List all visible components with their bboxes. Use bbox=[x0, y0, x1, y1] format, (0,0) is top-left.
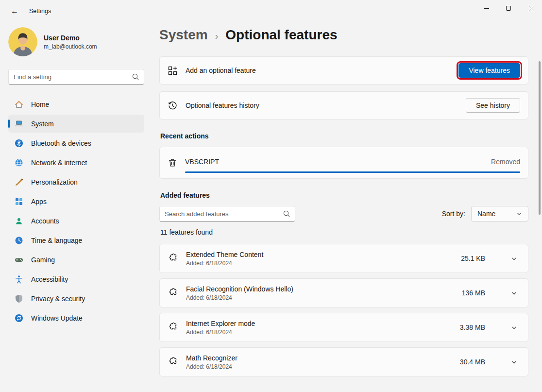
bluetooth-icon bbox=[14, 138, 24, 148]
sidebar-item-label: Apps bbox=[31, 198, 47, 205]
minimize-button[interactable] bbox=[475, 0, 497, 17]
feature-size: 3.38 MB bbox=[460, 324, 485, 331]
expand-button[interactable] bbox=[508, 356, 520, 368]
accessibility-person-icon bbox=[14, 274, 24, 284]
shield-icon bbox=[14, 294, 24, 304]
feature-row[interactable]: Math Recognizer Added: 6/18/2024 30.4 MB bbox=[159, 347, 528, 376]
expand-button[interactable] bbox=[508, 252, 520, 265]
sidebar-item-label: Accounts bbox=[31, 217, 59, 225]
expand-button[interactable] bbox=[508, 321, 520, 334]
sidebar-item-apps[interactable]: Apps bbox=[8, 192, 144, 210]
feature-row[interactable]: Extended Theme Content Added: 6/18/2024 … bbox=[159, 244, 528, 273]
breadcrumb-separator-icon: › bbox=[215, 31, 219, 42]
back-button[interactable]: ← bbox=[7, 3, 22, 19]
window-controls bbox=[475, 0, 542, 17]
sort-dropdown-value: Name bbox=[477, 210, 495, 218]
window-title: Settings bbox=[29, 8, 51, 15]
breadcrumb: System › Optional features bbox=[159, 27, 528, 43]
chevron-down-icon bbox=[511, 359, 517, 365]
features-count: 11 features found bbox=[160, 228, 528, 236]
maximize-button[interactable] bbox=[497, 0, 520, 17]
feature-name: Math Recognizer bbox=[186, 354, 452, 362]
sort-group: Sort by: Name bbox=[442, 206, 528, 222]
user-account-row[interactable]: User Demo m_lab@outlook.com bbox=[8, 27, 144, 56]
back-arrow-icon: ← bbox=[11, 7, 18, 16]
close-icon bbox=[528, 6, 534, 11]
avatar bbox=[8, 27, 37, 56]
recent-action-name: VBSCRIPT bbox=[185, 158, 491, 166]
update-arrows-icon bbox=[14, 313, 24, 323]
search-icon bbox=[283, 210, 290, 217]
recent-action-status: Removed bbox=[491, 158, 520, 166]
vertical-scrollbar[interactable] bbox=[539, 61, 541, 215]
see-history-button[interactable]: See history bbox=[466, 98, 520, 113]
sidebar-item-accessibility[interactable]: Accessibility bbox=[8, 270, 144, 288]
feature-text: Extended Theme Content Added: 6/18/2024 bbox=[186, 251, 453, 267]
system-icon bbox=[14, 119, 24, 129]
feature-text: Facial Recognition (Windows Hello) Added… bbox=[186, 285, 454, 301]
user-email: m_lab@outlook.com bbox=[44, 43, 97, 50]
feature-added-date: Added: 6/18/2024 bbox=[186, 260, 453, 267]
feature-row[interactable]: Facial Recognition (Windows Hello) Added… bbox=[159, 278, 528, 307]
added-features-search-input[interactable] bbox=[165, 210, 276, 218]
recent-action-body: VBSCRIPT Removed bbox=[185, 153, 520, 173]
maximize-icon bbox=[506, 6, 511, 11]
search-icon bbox=[132, 73, 139, 80]
feature-size: 25.1 KB bbox=[461, 255, 485, 262]
sidebar-item-personalization[interactable]: Personalization bbox=[8, 173, 144, 191]
globe-icon bbox=[14, 158, 24, 168]
add-feature-label: Add an optional feature bbox=[186, 67, 451, 74]
chevron-down-icon bbox=[511, 324, 517, 331]
sidebar-item-label: Accessibility bbox=[31, 275, 68, 283]
sidebar-item-time-language[interactable]: Time & language bbox=[8, 231, 144, 249]
sort-dropdown[interactable]: Name bbox=[471, 206, 528, 222]
sidebar-item-windows-update[interactable]: Windows Update bbox=[8, 309, 144, 327]
sidebar-item-bluetooth-devices[interactable]: Bluetooth & devices bbox=[8, 134, 144, 152]
main-content: System › Optional features Add an option… bbox=[152, 22, 542, 392]
feature-puzzle-icon bbox=[168, 322, 178, 333]
feature-puzzle-icon bbox=[168, 253, 178, 264]
sidebar-item-privacy-security[interactable]: Privacy & security bbox=[8, 290, 144, 307]
added-features-search-box[interactable] bbox=[159, 206, 295, 222]
pen-icon bbox=[14, 177, 24, 187]
apps-grid-icon bbox=[14, 197, 24, 206]
add-optional-feature-card: Add an optional feature View features bbox=[159, 56, 528, 85]
settings-search-box[interactable] bbox=[8, 69, 144, 85]
feature-size: 136 MB bbox=[462, 289, 485, 297]
breadcrumb-system[interactable]: System bbox=[159, 27, 208, 43]
page-title: Optional features bbox=[225, 27, 337, 43]
feature-added-date: Added: 6/18/2024 bbox=[186, 363, 452, 370]
view-features-button[interactable]: View features bbox=[458, 63, 520, 78]
settings-search-input[interactable] bbox=[14, 73, 120, 81]
home-icon bbox=[14, 100, 24, 109]
sidebar-item-label: Home bbox=[31, 101, 49, 108]
game-controller-icon bbox=[14, 255, 24, 265]
sidebar-item-label: Bluetooth & devices bbox=[31, 139, 91, 147]
sidebar-item-accounts[interactable]: Accounts bbox=[8, 212, 144, 230]
recent-action-row: VBSCRIPT Removed bbox=[159, 147, 528, 179]
feature-name: Extended Theme Content bbox=[186, 251, 453, 258]
red-highlight-annotation: View features bbox=[458, 63, 520, 78]
sidebar-item-gaming[interactable]: Gaming bbox=[8, 251, 144, 269]
sidebar-item-label: System bbox=[31, 120, 54, 128]
feature-name: Internet Explorer mode bbox=[186, 320, 452, 327]
feature-added-date: Added: 6/18/2024 bbox=[186, 294, 454, 301]
trash-icon bbox=[168, 158, 177, 168]
history-clock-icon bbox=[168, 101, 178, 111]
expand-button[interactable] bbox=[508, 287, 520, 299]
sidebar-item-home[interactable]: Home bbox=[8, 95, 144, 113]
feature-row[interactable]: Internet Explorer mode Added: 6/18/2024 … bbox=[159, 313, 528, 342]
history-label: Optional features history bbox=[186, 102, 458, 109]
chevron-down-icon bbox=[511, 290, 517, 296]
person-icon bbox=[14, 216, 24, 226]
sidebar-item-network-internet[interactable]: Network & internet bbox=[8, 153, 144, 171]
sort-by-label: Sort by: bbox=[442, 210, 465, 218]
filters-row: Sort by: Name bbox=[159, 206, 528, 222]
clock-icon bbox=[14, 236, 24, 245]
user-name: User Demo bbox=[44, 34, 97, 42]
sidebar-item-system[interactable]: System bbox=[8, 115, 144, 133]
close-button[interactable] bbox=[520, 0, 542, 17]
sidebar-item-label: Personalization bbox=[31, 178, 78, 186]
chevron-down-icon bbox=[511, 256, 517, 262]
recent-actions-heading: Recent actions bbox=[160, 132, 528, 140]
